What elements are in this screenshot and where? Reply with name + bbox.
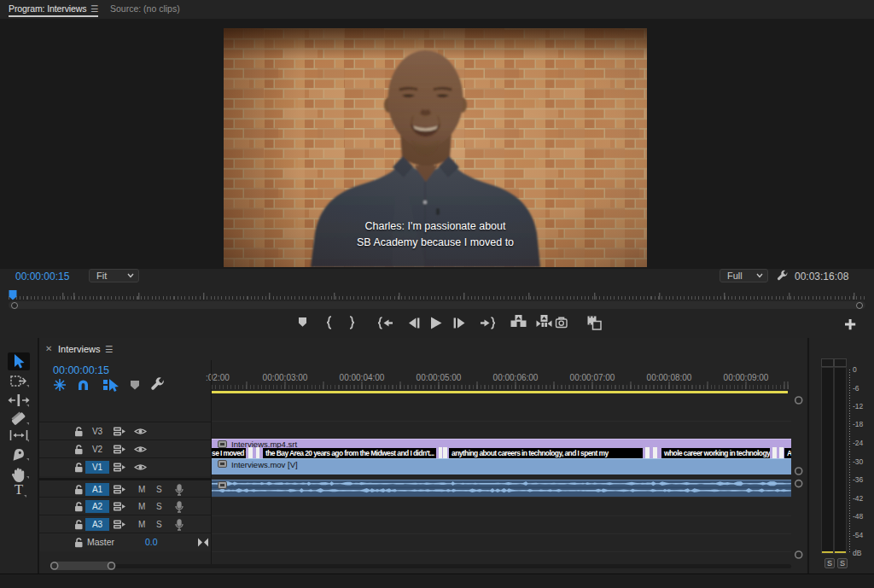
svg-text:T: T — [15, 481, 24, 498]
